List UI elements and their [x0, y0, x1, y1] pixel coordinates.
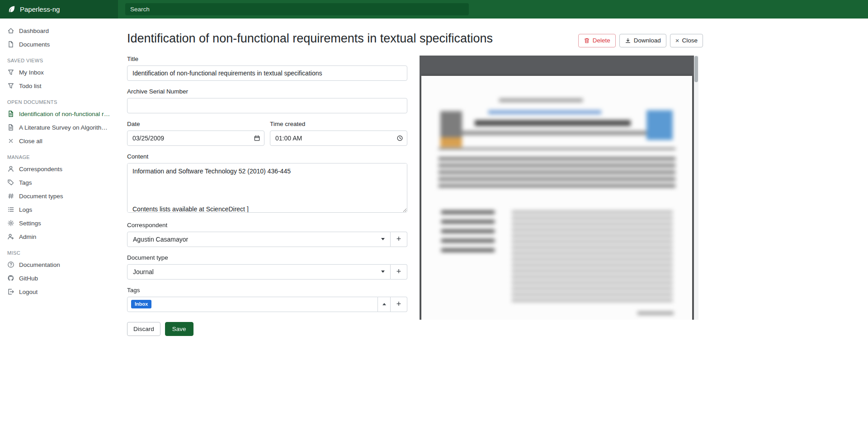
document-icon — [7, 124, 14, 131]
document-type-label: Document type — [127, 254, 407, 261]
paperless-logo-icon — [7, 5, 16, 14]
sidebar-item-settings[interactable]: Settings — [0, 216, 118, 230]
page-title: Identification of non-functional require… — [127, 31, 493, 47]
sidebar-item-document-types[interactable]: Document types — [0, 189, 118, 203]
sidebar-item-label: Todo list — [19, 83, 42, 89]
save-button[interactable]: Save — [165, 322, 193, 336]
sidebar-item-documents[interactable]: Documents — [0, 37, 118, 51]
sidebar-item-close-all[interactable]: Close all — [0, 134, 118, 148]
pdf-content-block — [441, 210, 495, 256]
sidebar-item-admin[interactable]: Admin — [0, 230, 118, 243]
correspondent-select[interactable]: Agustin Casamayor — [127, 232, 391, 247]
title-input[interactable] — [127, 65, 407, 81]
discard-button[interactable]: Discard — [127, 322, 160, 336]
time-created-input[interactable] — [270, 131, 407, 146]
sidebar-item-label: Logout — [19, 289, 38, 295]
tags-input[interactable]: Inbox — [127, 297, 378, 312]
add-document-type-button[interactable]: + — [391, 264, 407, 280]
topbar: Paperless-ng — [0, 0, 868, 19]
pdf-content-block — [461, 131, 646, 135]
sidebar-item-my-inbox[interactable]: My Inbox — [0, 65, 118, 79]
delete-button[interactable]: Delete — [578, 34, 616, 47]
tag-icon — [7, 179, 14, 186]
sidebar-item-label: Dashboard — [19, 28, 49, 34]
sidebar-item-label: Correspondents — [19, 166, 62, 173]
content-label: Content — [127, 153, 407, 160]
close-button[interactable]: × Close — [670, 34, 703, 47]
sidebar-item-tags[interactable]: Tags — [0, 176, 118, 189]
sidebar-item-correspondents[interactable]: Correspondents — [0, 162, 118, 176]
tags-dropdown-toggle[interactable] — [378, 297, 391, 312]
sidebar-item-logout[interactable]: Logout — [0, 285, 118, 298]
document-type-select[interactable]: Journal — [127, 264, 391, 280]
brand[interactable]: Paperless-ng — [0, 0, 118, 19]
chevron-down-icon — [381, 270, 385, 273]
add-correspondent-button[interactable]: + — [391, 232, 407, 247]
add-tag-button[interactable]: + — [391, 297, 407, 312]
sidebar-item-label: Documents — [19, 41, 50, 48]
archive-serial-number-input[interactable] — [127, 98, 407, 113]
sidebar-item-label: Admin — [19, 233, 36, 240]
list-icon — [7, 206, 14, 213]
dashboard-icon — [7, 27, 14, 34]
filter-icon — [7, 69, 14, 76]
document-edit-form: Title Archive Serial Number Date — [127, 56, 407, 336]
pdf-content-block — [439, 157, 675, 189]
sidebar-item-label: GitHub — [19, 275, 38, 282]
pdf-content-block — [439, 148, 675, 149]
download-button[interactable]: Download — [619, 34, 666, 47]
sidebar: Dashboard Documents SAVED VIEWS My Inbox… — [0, 19, 118, 443]
preview-scrollbar[interactable] — [694, 56, 698, 320]
sidebar-item-logs[interactable]: Logs — [0, 203, 118, 216]
search-bar — [118, 0, 868, 19]
title-label: Title — [127, 56, 407, 62]
sidebar-item-documentation[interactable]: Documentation — [0, 258, 118, 271]
clock-icon[interactable] — [396, 135, 403, 141]
admin-icon — [7, 233, 14, 240]
pdf-viewport[interactable] — [420, 56, 694, 320]
sidebar-open-document-1[interactable]: Identification of non-functional require… — [0, 107, 118, 121]
sidebar-item-label: Close all — [19, 138, 42, 145]
sidebar-item-todo-list[interactable]: Todo list — [0, 79, 118, 93]
close-button-label: Close — [682, 37, 698, 45]
open-document-title: Identification of non-functional require… — [19, 111, 111, 117]
tag-chip-inbox[interactable]: Inbox — [131, 300, 151, 308]
tags-label: Tags — [127, 287, 407, 294]
search-input[interactable] — [125, 3, 469, 15]
question-circle-icon — [7, 261, 14, 268]
sidebar-item-label: Document types — [19, 193, 63, 200]
sidebar-item-label: Settings — [19, 220, 41, 227]
document-preview — [420, 56, 698, 320]
sidebar-item-label: Logs — [19, 206, 32, 213]
date-input[interactable] — [127, 131, 264, 146]
archive-serial-number-label: Archive Serial Number — [127, 88, 407, 95]
pdf-blur-layer — [421, 76, 692, 320]
github-icon — [7, 275, 14, 282]
calendar-icon[interactable] — [254, 135, 260, 141]
brand-name: Paperless-ng — [20, 5, 60, 13]
document-type-selected-value: Journal — [133, 268, 154, 275]
sidebar-section-misc: MISC — [0, 243, 118, 258]
date-label: Date — [127, 121, 264, 127]
pdf-content-block — [499, 98, 583, 102]
gear-icon — [7, 219, 14, 227]
sidebar-item-dashboard[interactable]: Dashboard — [0, 24, 118, 37]
delete-button-label: Delete — [593, 37, 610, 45]
content-textarea[interactable]: Information and Software Technology 52 (… — [127, 163, 407, 213]
close-icon: × — [675, 37, 679, 44]
correspondent-selected-value: Agustin Casamayor — [133, 236, 188, 243]
pdf-content-block — [637, 312, 674, 315]
documents-icon — [7, 41, 14, 48]
pdf-content-block — [488, 110, 601, 114]
sidebar-item-github[interactable]: GitHub — [0, 271, 118, 285]
pdf-content-block — [646, 110, 673, 140]
chevron-down-icon — [381, 238, 385, 240]
sidebar-section-open-documents: OPEN DOCUMENTS — [0, 93, 118, 107]
preview-scrollbar-thumb[interactable] — [694, 56, 698, 82]
download-icon — [625, 37, 631, 44]
pdf-content-block — [475, 120, 631, 126]
sidebar-open-document-2[interactable]: A Literature Survey on Algorithms for Mu… — [0, 121, 118, 134]
pdf-content-block — [512, 210, 673, 304]
correspondent-label: Correspondent — [127, 222, 407, 228]
document-icon — [7, 110, 14, 117]
